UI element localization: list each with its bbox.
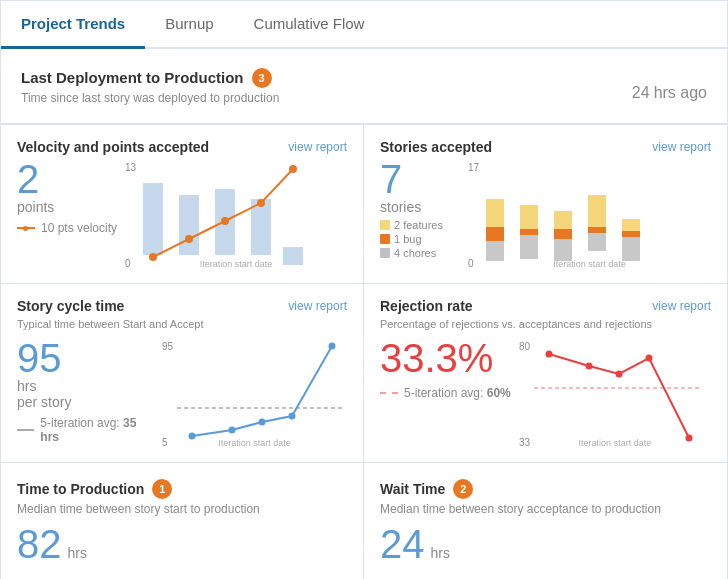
cycle-time-cell: Story cycle time view report Typical tim… <box>1 284 364 463</box>
time-to-production-value: 82 <box>17 524 62 564</box>
rejection-rate-chart: 80 33 Sep 29 Current <box>519 338 704 448</box>
svg-rect-30 <box>588 233 606 251</box>
stories-big-num: 7 <box>380 159 460 199</box>
cycle-time-avg-label: 5-iteration avg: 35 hrs <box>40 416 154 444</box>
velocity-cell: Velocity and points accepted view report… <box>1 125 364 284</box>
svg-point-56 <box>685 435 692 442</box>
svg-point-46 <box>329 343 336 350</box>
stories-chart: 17 0 <box>468 159 653 269</box>
svg-text:0: 0 <box>468 258 474 269</box>
svg-rect-24 <box>520 235 538 259</box>
time-to-production-badge: 1 <box>152 479 172 499</box>
wait-time-cell: Wait Time 2 Median time between story ac… <box>364 463 727 579</box>
banner-badge: 3 <box>252 68 272 88</box>
svg-point-9 <box>221 217 229 225</box>
banner-subtitle: Time since last story was deployed to pr… <box>21 91 608 105</box>
svg-point-44 <box>259 419 266 426</box>
svg-point-55 <box>645 355 652 362</box>
cycle-time-subtitle: Typical time between Start and Accept <box>17 318 347 330</box>
svg-point-54 <box>615 371 622 378</box>
svg-point-43 <box>229 427 236 434</box>
stories-title: Stories accepted <box>380 139 492 155</box>
svg-text:0: 0 <box>125 258 131 269</box>
velocity-view-report[interactable]: view report <box>288 140 347 154</box>
time-to-production-cell: Time to Production 1 Median time between… <box>1 463 364 579</box>
velocity-chart: 13 0 <box>125 159 310 269</box>
cycle-time-unit: hrs <box>17 378 154 394</box>
rejection-rate-x-label: Iteration start date <box>519 438 711 448</box>
svg-point-52 <box>545 351 552 358</box>
svg-rect-29 <box>588 227 606 233</box>
velocity-big-num: 2 <box>17 159 117 199</box>
stories-cell: Stories accepted view report 7 stories 2… <box>364 125 727 284</box>
cycle-time-big-num: 95 <box>17 338 154 378</box>
svg-rect-6 <box>283 247 303 265</box>
svg-text:13: 13 <box>125 162 137 173</box>
svg-text:17: 17 <box>468 162 480 173</box>
svg-point-53 <box>585 363 592 370</box>
banner-value: 24hrs ago <box>628 65 707 107</box>
velocity-title: Velocity and points accepted <box>17 139 209 155</box>
svg-rect-21 <box>486 241 504 261</box>
svg-text:33: 33 <box>519 437 531 448</box>
wait-time-title: Wait Time <box>380 481 445 497</box>
tab-cumulative-flow[interactable]: Cumulative Flow <box>234 1 385 49</box>
svg-point-10 <box>257 199 265 207</box>
banner-title-text: Last Deployment to Production <box>21 69 244 86</box>
time-to-production-title: Time to Production <box>17 481 144 497</box>
cycle-time-view-report[interactable]: view report <box>288 299 347 313</box>
velocity-x-label: Iteration start date <box>125 259 347 269</box>
svg-rect-23 <box>520 229 538 235</box>
stories-view-report[interactable]: view report <box>652 140 711 154</box>
wait-time-value: 24 <box>380 524 425 564</box>
velocity-legend-label: 10 pts velocity <box>41 221 117 235</box>
svg-rect-3 <box>179 195 199 255</box>
svg-text:5: 5 <box>162 437 168 448</box>
svg-rect-25 <box>554 211 572 229</box>
deployment-banner: Last Deployment to Production 3 Time sin… <box>1 49 727 124</box>
svg-point-42 <box>189 433 196 440</box>
svg-rect-27 <box>554 239 572 261</box>
svg-point-45 <box>289 413 296 420</box>
banner-unit: hrs ago <box>654 84 707 101</box>
stories-unit: stories <box>380 199 460 215</box>
stories-legend: 2 features 1 bug 4 chores <box>380 219 460 259</box>
svg-text:80: 80 <box>519 341 531 352</box>
svg-rect-20 <box>486 227 504 241</box>
svg-point-11 <box>289 165 297 173</box>
svg-rect-26 <box>554 229 572 239</box>
rejection-rate-cell: Rejection rate view report Percentage of… <box>364 284 727 463</box>
rejection-rate-title: Rejection rate <box>380 298 473 314</box>
svg-point-8 <box>185 235 193 243</box>
cycle-time-unit2: per story <box>17 394 154 410</box>
svg-rect-31 <box>622 219 640 231</box>
tab-project-trends[interactable]: Project Trends <box>1 1 145 49</box>
cycle-time-title: Story cycle time <box>17 298 124 314</box>
svg-rect-33 <box>622 237 640 261</box>
stories-x-label: Iteration start date <box>468 259 711 269</box>
svg-rect-28 <box>588 195 606 227</box>
svg-rect-2 <box>143 183 163 255</box>
svg-rect-22 <box>520 205 538 229</box>
rejection-rate-big-num: 33.3% <box>380 338 511 378</box>
cycle-time-chart: 95 5 Sep 29 Current <box>162 338 347 448</box>
time-to-production-subtitle: Median time between story start to produ… <box>17 502 347 516</box>
wait-time-unit: hrs <box>431 545 450 561</box>
wait-time-badge: 2 <box>453 479 473 499</box>
tab-burnup[interactable]: Burnup <box>145 1 233 49</box>
svg-text:95: 95 <box>162 341 174 352</box>
velocity-unit: points <box>17 199 117 215</box>
cycle-time-x-label: Iteration start date <box>162 438 347 448</box>
rejection-rate-view-report[interactable]: view report <box>652 299 711 313</box>
rejection-rate-subtitle: Percentage of rejections vs. acceptances… <box>380 318 711 330</box>
svg-rect-32 <box>622 231 640 237</box>
wait-time-subtitle: Median time between story acceptance to … <box>380 502 711 516</box>
rejection-rate-avg-label: 5-iteration avg: 60% <box>404 386 511 400</box>
time-to-production-unit: hrs <box>68 545 87 561</box>
svg-point-7 <box>149 253 157 261</box>
svg-rect-19 <box>486 199 504 227</box>
